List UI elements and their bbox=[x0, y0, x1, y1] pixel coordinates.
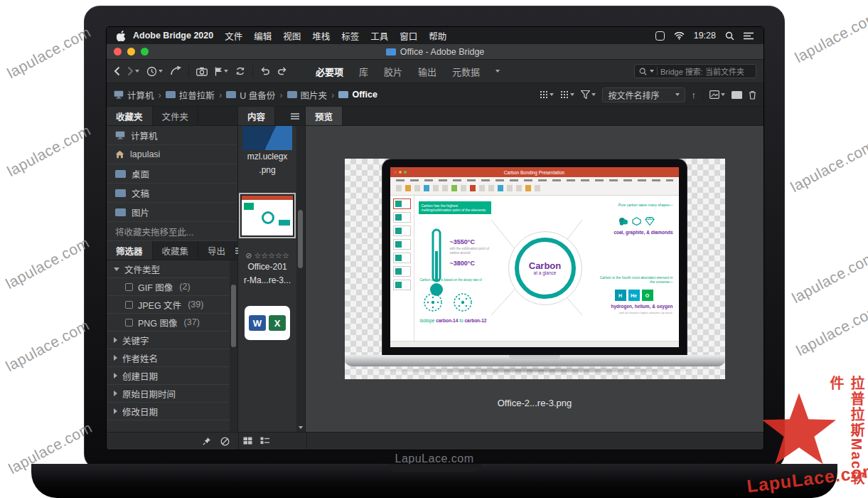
thumbnail-item-3[interactable]: W X bbox=[245, 306, 290, 340]
tab-collections[interactable]: 收藏集 bbox=[153, 241, 199, 260]
sort-ascending-icon[interactable]: ↑ bbox=[692, 90, 697, 100]
scrollbar-thumb[interactable] bbox=[231, 285, 236, 347]
search-input[interactable]: Bridge 搜索: 当前文件夹 bbox=[634, 64, 756, 78]
menu-edit[interactable]: 编辑 bbox=[254, 29, 272, 43]
breadcrumb-computer[interactable]: 计算机 bbox=[114, 88, 154, 102]
close-button[interactable] bbox=[114, 48, 122, 55]
breadcrumb-lapulasi[interactable]: 拉普拉斯 bbox=[166, 88, 215, 102]
rating-row[interactable]: ⊘ ☆☆☆☆☆ bbox=[238, 251, 296, 260]
filter-group-keywords[interactable]: 关键字 bbox=[107, 332, 230, 349]
spotlight-search-icon[interactable] bbox=[725, 31, 734, 41]
boomerang-return-icon[interactable] bbox=[170, 66, 181, 76]
flag-icon[interactable] bbox=[215, 67, 223, 76]
filter-option-jpeg[interactable]: JPEG 文件 (39) bbox=[107, 296, 230, 314]
checkbox[interactable] bbox=[125, 319, 133, 327]
selected-thumbnail[interactable] bbox=[239, 193, 296, 238]
workspace-caret-icon[interactable] bbox=[495, 70, 500, 73]
scroll-down-icon[interactable] bbox=[299, 426, 303, 429]
label-filter-icon[interactable] bbox=[560, 90, 569, 99]
input-source-icon[interactable] bbox=[655, 31, 665, 41]
thumbnail-item-1[interactable]: mzl.uclegx .png bbox=[238, 126, 296, 177]
workspace-metadata[interactable]: 元数据 bbox=[452, 65, 480, 78]
tab-filter[interactable]: 筛选器 bbox=[107, 241, 153, 260]
apple-logo-icon[interactable] bbox=[117, 31, 126, 41]
menu-label[interactable]: 标签 bbox=[341, 29, 359, 43]
funnel-caret-icon[interactable] bbox=[591, 93, 596, 96]
favorite-documents[interactable]: 文稿 bbox=[107, 184, 237, 203]
menu-stacks[interactable]: 堆栈 bbox=[312, 29, 330, 43]
favorite-pictures[interactable]: 图片 bbox=[107, 203, 237, 222]
import-from-camera-icon[interactable] bbox=[196, 67, 208, 76]
tab-folders[interactable]: 文件夹 bbox=[153, 107, 199, 125]
favorite-desktop[interactable]: 桌面 bbox=[107, 164, 237, 184]
no-rating-filter-icon[interactable] bbox=[220, 437, 230, 446]
search-scope-caret-icon[interactable] bbox=[650, 70, 654, 73]
breadcrumb-office[interactable]: Office bbox=[338, 90, 377, 100]
forward-icon[interactable] bbox=[127, 66, 134, 76]
thumbnail-image[interactable] bbox=[242, 126, 292, 150]
rating-filter-icon[interactable] bbox=[540, 90, 548, 99]
undo-icon[interactable] bbox=[260, 67, 270, 75]
checkbox[interactable] bbox=[125, 301, 133, 309]
app-name[interactable]: Adobe Bridge 2020 bbox=[133, 31, 213, 41]
tab-preview[interactable]: 预览 bbox=[306, 107, 343, 125]
menu-bar-clock[interactable]: 19:28 bbox=[694, 31, 716, 41]
workspace-libraries[interactable]: 库 bbox=[359, 65, 368, 78]
menu-tools[interactable]: 工具 bbox=[370, 29, 388, 43]
delete-icon[interactable] bbox=[749, 90, 756, 100]
sort-dropdown[interactable]: 按文件名排序 bbox=[602, 88, 685, 102]
tab-content[interactable]: 内容 bbox=[238, 107, 275, 125]
minimize-button[interactable] bbox=[127, 48, 135, 55]
filter-group-date-created[interactable]: 创建日期 bbox=[107, 367, 230, 385]
thumbnail-image[interactable] bbox=[242, 196, 293, 235]
menu-file[interactable]: 文件 bbox=[225, 29, 242, 43]
workspace-essentials[interactable]: 必要项 bbox=[316, 65, 343, 78]
preview-quality-icon[interactable] bbox=[709, 90, 719, 99]
filter-group-author[interactable]: 作者姓名 bbox=[107, 349, 230, 367]
checkbox[interactable] bbox=[125, 283, 133, 291]
wifi-icon[interactable] bbox=[674, 32, 685, 40]
filter-funnel-icon[interactable] bbox=[581, 90, 590, 99]
redo-icon[interactable] bbox=[277, 67, 287, 75]
thumbnail-item-2-selected[interactable]: ⊘ ☆☆☆☆☆ Office-201 r-Ma...re-3... bbox=[238, 193, 296, 287]
favorite-computer[interactable]: 计算机 bbox=[107, 126, 237, 145]
nav-caret-icon[interactable] bbox=[135, 70, 139, 73]
label-caret-icon[interactable] bbox=[570, 93, 574, 96]
panel-menu-icon[interactable] bbox=[291, 113, 299, 120]
history-caret-icon[interactable] bbox=[159, 70, 163, 73]
breadcrumb-pictures[interactable]: 图片夹 bbox=[287, 88, 328, 102]
zoom-button[interactable] bbox=[141, 48, 149, 55]
filter-option-gif[interactable]: GIF 图像 (2) bbox=[107, 278, 230, 296]
workspace-filmstrip[interactable]: 胶片 bbox=[384, 65, 402, 78]
tab-export[interactable]: 导出 bbox=[198, 241, 235, 260]
watermark-text: lapulace.com bbox=[3, 234, 92, 292]
filter-option-png[interactable]: PNG 图像 (37) bbox=[107, 314, 230, 332]
control-center-icon[interactable] bbox=[744, 32, 754, 40]
filter-group-date-original[interactable]: 原始日期时间 bbox=[107, 385, 230, 403]
recent-history-icon[interactable] bbox=[146, 66, 157, 77]
pin-icon[interactable] bbox=[203, 437, 211, 445]
quality-caret-icon[interactable] bbox=[721, 93, 725, 96]
filter-scrollbar[interactable] bbox=[230, 260, 237, 432]
grid-view-icon[interactable] bbox=[243, 437, 252, 445]
menu-help[interactable]: 帮助 bbox=[429, 29, 446, 43]
new-folder-icon[interactable] bbox=[732, 91, 742, 99]
rating-caret-icon[interactable] bbox=[550, 93, 554, 96]
workspace-output[interactable]: 输出 bbox=[418, 65, 436, 78]
back-icon[interactable] bbox=[114, 66, 120, 76]
tab-favorites[interactable]: 收藏夹 bbox=[107, 107, 153, 125]
scrollbar-thumb[interactable] bbox=[298, 210, 303, 268]
preview-image[interactable]: Carbon Bonding Presentation bbox=[345, 159, 725, 379]
no-rating-icon[interactable]: ⊘ bbox=[245, 251, 252, 260]
content-scrollbar[interactable] bbox=[296, 126, 305, 432]
favorite-home[interactable]: lapulasi bbox=[107, 145, 237, 164]
star-rating[interactable]: ☆☆☆☆☆ bbox=[254, 251, 289, 260]
list-view-icon[interactable] bbox=[260, 437, 269, 445]
flag-caret-icon[interactable] bbox=[224, 70, 228, 73]
filter-group-file-type[interactable]: 文件类型 bbox=[107, 260, 230, 278]
menu-window[interactable]: 窗口 bbox=[400, 29, 417, 43]
refresh-icon[interactable] bbox=[235, 66, 245, 76]
menu-view[interactable]: 视图 bbox=[283, 29, 301, 43]
filter-group-date-modified[interactable]: 修改日期 bbox=[107, 403, 230, 420]
breadcrumb-usb-backup[interactable]: U 盘备份 bbox=[226, 88, 275, 102]
